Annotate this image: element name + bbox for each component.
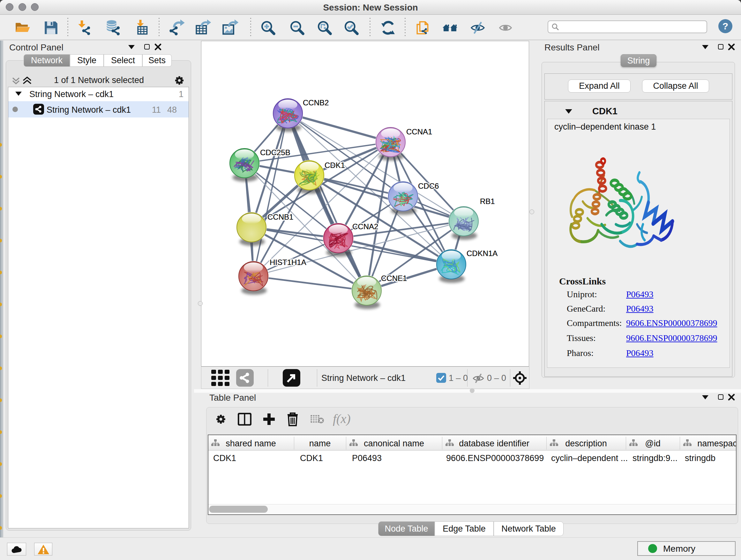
svg-text:CDKN1A: CDKN1A — [467, 249, 497, 258]
svg-text:CDC6: CDC6 — [418, 182, 439, 190]
svg-text:CCNB1: CCNB1 — [267, 212, 293, 221]
svg-text:RB1: RB1 — [480, 197, 495, 206]
svg-text:CCNE1: CCNE1 — [381, 274, 407, 283]
svg-text:CDC25B: CDC25B — [260, 148, 290, 157]
svg-text:CCNB2: CCNB2 — [303, 98, 329, 107]
svg-text:HIST1H1A: HIST1H1A — [270, 258, 307, 266]
svg-text:CDK1: CDK1 — [325, 161, 345, 170]
svg-text:CCNA2: CCNA2 — [352, 222, 378, 231]
svg-text:CCNA1: CCNA1 — [406, 127, 432, 136]
